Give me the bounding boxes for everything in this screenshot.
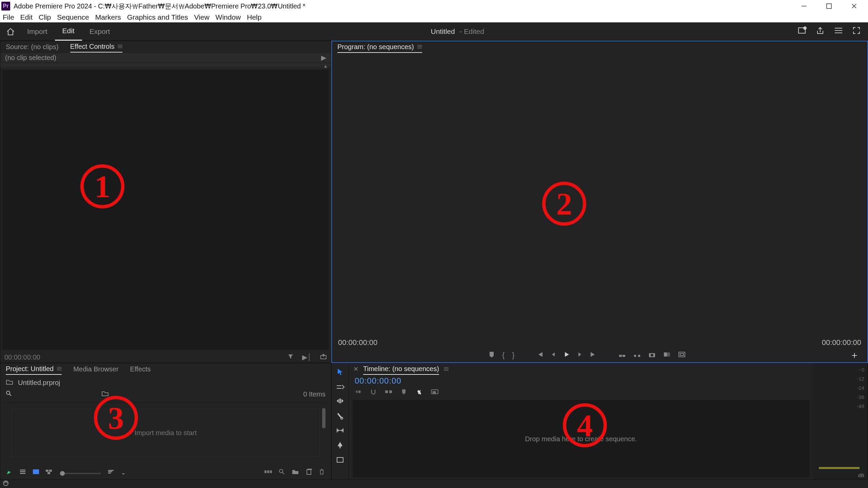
- button-editor-icon[interactable]: ＋: [850, 349, 859, 362]
- new-item-icon[interactable]: [306, 469, 312, 476]
- step-back-icon[interactable]: [551, 352, 556, 359]
- zoom-slider[interactable]: [60, 469, 101, 475]
- source-panel: Source: (no clips) Effect Controls (no c…: [0, 41, 331, 363]
- freeform-view-icon[interactable]: [46, 469, 53, 476]
- rectangle-tool-icon[interactable]: [336, 457, 344, 464]
- tab-effect-controls[interactable]: Effect Controls: [70, 41, 123, 53]
- trash-icon[interactable]: [319, 468, 325, 476]
- find-icon[interactable]: [279, 469, 285, 476]
- panel-menu-icon[interactable]: [57, 367, 62, 371]
- add-marker-icon[interactable]: [489, 351, 495, 359]
- sort-icon[interactable]: [107, 469, 114, 475]
- menu-sequence[interactable]: Sequence: [57, 13, 89, 21]
- chevron-down-icon[interactable]: ⌄: [121, 469, 125, 476]
- marker-icon[interactable]: [401, 389, 406, 396]
- menu-window[interactable]: Window: [216, 13, 241, 21]
- panel-menu-icon[interactable]: [444, 367, 449, 371]
- search-icon[interactable]: [6, 390, 12, 398]
- tab-program[interactable]: Program: (no sequences): [337, 41, 422, 53]
- snap-icon[interactable]: [370, 389, 376, 396]
- list-view-icon[interactable]: [19, 469, 26, 476]
- new-bin-icon[interactable]: [292, 469, 299, 476]
- search-input[interactable]: [16, 391, 97, 397]
- tab-timeline[interactable]: Timeline: (no sequences): [363, 363, 439, 375]
- safe-margins-icon[interactable]: [678, 351, 686, 359]
- menu-help[interactable]: Help: [247, 13, 261, 21]
- svg-rect-25: [680, 353, 684, 355]
- source-timecode[interactable]: 00:00:00:00: [4, 353, 40, 361]
- menu-clip[interactable]: Clip: [39, 13, 51, 21]
- mode-bar: Import Edit Export Untitled - Edited: [0, 22, 868, 41]
- linked-selection-icon[interactable]: [385, 389, 393, 395]
- minimize-button[interactable]: [791, 0, 816, 12]
- tool-column: [332, 363, 349, 480]
- caption-track-icon[interactable]: cc: [431, 389, 439, 396]
- menu-markers[interactable]: Markers: [95, 13, 121, 21]
- maximize-button[interactable]: [816, 0, 842, 12]
- flyout-arrow-icon[interactable]: ▶: [321, 54, 326, 62]
- filter-icon[interactable]: [288, 353, 294, 361]
- mark-in-icon[interactable]: {: [502, 351, 505, 360]
- automate-to-seq-icon[interactable]: [264, 469, 272, 475]
- icon-view-icon[interactable]: [33, 469, 39, 475]
- slip-tool-icon[interactable]: [336, 428, 344, 434]
- lift-icon[interactable]: [618, 351, 626, 359]
- settings-icon[interactable]: [415, 388, 422, 396]
- ripple-tool-icon[interactable]: [336, 398, 344, 405]
- selection-tool-icon[interactable]: [337, 368, 343, 378]
- compare-icon[interactable]: [663, 351, 671, 359]
- cc-sync-icon[interactable]: [3, 480, 9, 488]
- doc-title: Untitled: [431, 27, 455, 35]
- timeline-timecode[interactable]: 00:00:00:00: [355, 376, 401, 386]
- extract-icon[interactable]: [633, 351, 641, 359]
- svg-line-44: [282, 472, 284, 474]
- menu-file[interactable]: File: [3, 13, 14, 21]
- program-timecode-left[interactable]: 00:00:00:00: [338, 338, 377, 347]
- workspace-icon[interactable]: [834, 27, 843, 36]
- project-body[interactable]: Import media to start 3: [6, 402, 326, 463]
- pen-tool-icon[interactable]: [337, 441, 343, 450]
- project-file-name: Untitled.prproj: [18, 379, 60, 387]
- go-to-out-icon[interactable]: [590, 351, 597, 359]
- tab-media-browser[interactable]: Media Browser: [73, 363, 118, 375]
- home-button[interactable]: [1, 24, 20, 39]
- mark-out-icon[interactable]: }: [512, 351, 514, 360]
- razor-tool-icon[interactable]: [337, 412, 343, 421]
- collapse-arrow-icon[interactable]: ▴: [0, 63, 331, 67]
- meter-tick: -48: [857, 403, 864, 409]
- timeline-body[interactable]: Drop media here to create sequence. 4: [353, 400, 809, 477]
- menu-view[interactable]: View: [194, 13, 209, 21]
- tab-effects[interactable]: Effects: [130, 363, 151, 375]
- menu-edit[interactable]: Edit: [20, 13, 33, 21]
- play-only-icon[interactable]: ▶┆: [302, 353, 311, 361]
- track-select-tool-icon[interactable]: [336, 384, 344, 391]
- app-icon: Pr: [1, 2, 10, 11]
- step-forward-icon[interactable]: [577, 352, 583, 359]
- tab-source[interactable]: Source: (no clips): [6, 41, 59, 53]
- mode-edit[interactable]: Edit: [55, 22, 82, 41]
- close-panel-icon[interactable]: ✕: [353, 365, 358, 373]
- tab-project-label: Project: Untitled: [6, 365, 54, 373]
- item-count: 0 Items: [303, 390, 326, 398]
- export-frame-icon[interactable]: [320, 353, 327, 361]
- quick-export-icon[interactable]: [797, 26, 806, 37]
- mode-import[interactable]: Import: [20, 22, 55, 41]
- panel-menu-icon[interactable]: [118, 44, 122, 48]
- annotation-3: 3: [94, 396, 138, 440]
- share-icon[interactable]: [816, 26, 825, 37]
- svg-rect-17: [623, 355, 625, 357]
- panel-menu-icon[interactable]: [417, 45, 422, 49]
- play-icon[interactable]: [564, 351, 570, 359]
- program-timecode-right[interactable]: 00:00:00:00: [822, 338, 861, 347]
- tab-project[interactable]: Project: Untitled: [6, 363, 62, 375]
- menu-graphics[interactable]: Graphics and Titles: [127, 13, 188, 21]
- write-mode-icon[interactable]: [6, 469, 13, 476]
- go-to-in-icon[interactable]: [536, 351, 543, 359]
- scrollbar[interactable]: [322, 408, 326, 428]
- fullscreen-icon[interactable]: [852, 26, 861, 36]
- close-button[interactable]: [842, 0, 867, 12]
- camera-icon[interactable]: [648, 351, 656, 359]
- mode-export[interactable]: Export: [82, 22, 118, 41]
- svg-point-29: [6, 391, 10, 394]
- insert-sequence-icon[interactable]: [355, 389, 361, 396]
